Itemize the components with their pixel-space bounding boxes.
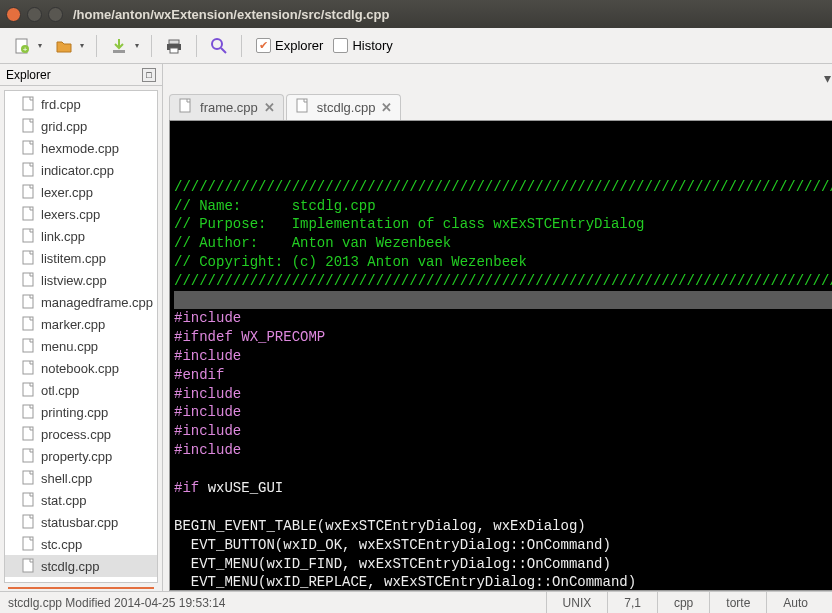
svg-point-7 <box>212 39 222 49</box>
svg-rect-23 <box>23 405 33 418</box>
toolbar: + ▾ ▾ ▾ ✔ Explorer History <box>0 28 832 64</box>
file-name: frd.cpp <box>41 97 81 112</box>
open-file-button[interactable] <box>50 32 78 60</box>
file-item[interactable]: grid.cpp <box>5 115 157 137</box>
tabs: frame.cpp✕stcdlg.cpp✕ <box>163 92 832 120</box>
file-item[interactable]: process.cpp <box>5 423 157 445</box>
file-name: shell.cpp <box>41 471 92 486</box>
file-item[interactable]: stat.cpp <box>5 489 157 511</box>
panel-maximize-icon[interactable]: □ <box>142 68 156 82</box>
search-button[interactable] <box>205 32 233 60</box>
file-item[interactable]: lexer.cpp <box>5 181 157 203</box>
tab-close-icon[interactable]: ✕ <box>381 100 392 115</box>
file-icon <box>21 272 37 288</box>
file-list[interactable]: frd.cppgrid.cpphexmode.cppindicator.cppl… <box>4 90 158 583</box>
file-item[interactable]: indicator.cpp <box>5 159 157 181</box>
file-icon <box>21 162 37 178</box>
file-icon <box>21 294 37 310</box>
file-icon <box>21 492 37 508</box>
file-name: link.cpp <box>41 229 85 244</box>
svg-rect-21 <box>23 361 33 374</box>
svg-rect-12 <box>23 163 33 176</box>
tab-label: frame.cpp <box>200 100 258 115</box>
file-name: otl.cpp <box>41 383 79 398</box>
file-item[interactable]: printing.cpp <box>5 401 157 423</box>
svg-rect-6 <box>170 48 178 53</box>
dropdown-icon[interactable]: ▾ <box>80 41 84 50</box>
file-item[interactable]: hexmode.cpp <box>5 137 157 159</box>
file-icon <box>21 404 37 420</box>
file-name: stat.cpp <box>41 493 87 508</box>
file-item[interactable]: notebook.cpp <box>5 357 157 379</box>
editor-dropdown-icon[interactable]: ▾ <box>824 70 831 86</box>
dropdown-icon[interactable]: ▾ <box>38 41 42 50</box>
file-item[interactable]: shell.cpp <box>5 467 157 489</box>
file-name: statusbar.cpp <box>41 515 118 530</box>
status-language: cpp <box>657 592 709 613</box>
file-icon <box>21 536 37 552</box>
explorer-panel: Explorer □ frd.cppgrid.cpphexmode.cppind… <box>0 64 163 591</box>
file-icon <box>21 184 37 200</box>
panel-underline <box>8 587 154 589</box>
svg-rect-31 <box>180 99 190 112</box>
file-item[interactable]: marker.cpp <box>5 313 157 335</box>
svg-rect-25 <box>23 449 33 462</box>
file-item[interactable]: stcdlg.cpp <box>5 555 157 577</box>
new-file-button[interactable]: + <box>8 32 36 60</box>
file-item[interactable]: stc.cpp <box>5 533 157 555</box>
svg-rect-20 <box>23 339 33 352</box>
status-modified: stcdlg.cpp Modified 2014-04-25 19:53:14 <box>8 592 546 613</box>
file-item[interactable]: lexers.cpp <box>5 203 157 225</box>
statusbar: stcdlg.cpp Modified 2014-04-25 19:53:14 … <box>0 591 832 613</box>
file-icon <box>295 98 311 117</box>
window-title: /home/anton/wxExtension/extension/src/st… <box>73 7 389 22</box>
file-item[interactable]: menu.cpp <box>5 335 157 357</box>
svg-rect-13 <box>23 185 33 198</box>
file-name: lexer.cpp <box>41 185 93 200</box>
history-checkbox[interactable]: History <box>333 38 392 53</box>
file-item[interactable]: property.cpp <box>5 445 157 467</box>
tab-label: stcdlg.cpp <box>317 100 376 115</box>
file-item[interactable]: otl.cpp <box>5 379 157 401</box>
file-icon <box>21 140 37 156</box>
status-theme: torte <box>709 592 766 613</box>
close-icon[interactable] <box>6 7 21 22</box>
file-item[interactable]: frd.cpp <box>5 93 157 115</box>
window-controls <box>6 7 63 22</box>
file-name: menu.cpp <box>41 339 98 354</box>
file-item[interactable]: link.cpp <box>5 225 157 247</box>
explorer-title: Explorer <box>6 68 51 82</box>
svg-rect-27 <box>23 493 33 506</box>
status-position: 7,1 <box>607 592 657 613</box>
file-item[interactable]: listitem.cpp <box>5 247 157 269</box>
file-name: grid.cpp <box>41 119 87 134</box>
svg-rect-26 <box>23 471 33 484</box>
print-button[interactable] <box>160 32 188 60</box>
tab[interactable]: stcdlg.cpp✕ <box>286 94 402 120</box>
file-name: managedframe.cpp <box>41 295 153 310</box>
status-encoding: UNIX <box>546 592 608 613</box>
maximize-icon[interactable] <box>48 7 63 22</box>
file-icon <box>21 360 37 376</box>
status-mode: Auto <box>766 592 824 613</box>
file-icon <box>21 206 37 222</box>
dropdown-icon[interactable]: ▾ <box>135 41 139 50</box>
tab-close-icon[interactable]: ✕ <box>264 100 275 115</box>
svg-rect-22 <box>23 383 33 396</box>
file-item[interactable]: listview.cpp <box>5 269 157 291</box>
file-icon <box>21 448 37 464</box>
code-editor[interactable]: ////////////////////////////////////////… <box>169 120 832 591</box>
svg-rect-28 <box>23 515 33 528</box>
explorer-checkbox[interactable]: ✔ Explorer <box>256 38 323 53</box>
svg-text:+: + <box>23 45 28 54</box>
file-item[interactable]: statusbar.cpp <box>5 511 157 533</box>
main-area: Explorer □ frd.cppgrid.cpphexmode.cppind… <box>0 64 832 591</box>
file-icon <box>21 382 37 398</box>
minimize-icon[interactable] <box>27 7 42 22</box>
file-name: listitem.cpp <box>41 251 106 266</box>
tab[interactable]: frame.cpp✕ <box>169 94 284 120</box>
svg-rect-32 <box>297 99 307 112</box>
file-item[interactable]: managedframe.cpp <box>5 291 157 313</box>
save-button[interactable] <box>105 32 133 60</box>
svg-rect-3 <box>113 50 125 53</box>
